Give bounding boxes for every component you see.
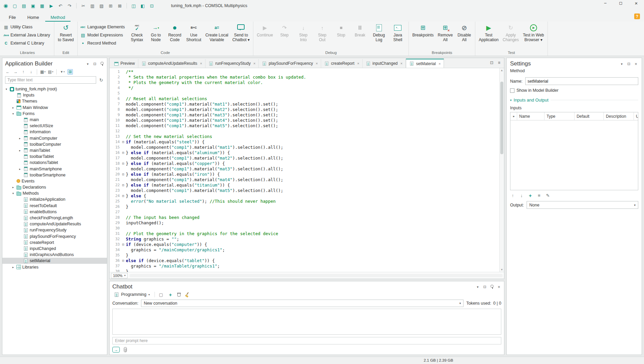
fold-marker-icon[interactable]: ⊟ [120,258,126,263]
paste-icon[interactable] [99,3,105,9]
ribbon-item-external-java-library[interactable]: External Java Library [2,32,51,38]
save-icon[interactable] [30,3,36,9]
editor-tab-runfrequencystudy[interactable]: runFrequencyStudy× [205,59,259,68]
fold-marker-icon[interactable]: ⊟ [120,193,126,199]
column-header-default[interactable]: Default [575,112,604,120]
ribbon-item-language-elements[interactable]: Language Elements [79,24,126,30]
ribbon-button-revert-to-saved[interactable]: Revertto Saved [56,23,75,42]
full-layout-icon[interactable] [149,3,155,9]
show-in-model-builder-checkbox[interactable] [510,88,514,93]
tree-expanded-icon[interactable]: ▾ [4,87,8,91]
ribbon-button-java-shell[interactable]: JavaShell [389,23,407,42]
help-button[interactable]: ? [634,13,640,19]
scroll-up-icon[interactable]: ▲ [500,69,504,72]
tree-collapsed-icon[interactable]: ▸ [11,186,15,189]
tree-item-information[interactable]: information [2,129,107,135]
tree-item-notationstablet[interactable]: notationsTablet [2,160,107,166]
table-menu-icon[interactable] [536,193,542,198]
tree-item-maincomputer[interactable]: ▸mainComputer [2,135,107,141]
ribbon-button-go-to-node[interactable]: Go toNode [147,23,165,42]
broom-icon[interactable] [185,292,190,297]
float-panel-icon[interactable] [482,284,487,289]
tab-home[interactable]: Home [22,13,45,22]
close-panel-icon[interactable] [497,284,501,289]
tree-item-initgraphicsandbuttons[interactable]: initGraphicsAndButtons [2,252,107,258]
tree-item-setmaterial[interactable]: setMaterial [2,258,107,264]
chat-mode-select[interactable]: Programming [112,291,151,298]
save-as-icon[interactable] [39,3,45,9]
frame-icon[interactable] [158,291,164,298]
ribbon-button-test-application[interactable]: TestApplication [477,23,500,42]
panel-menu-icon[interactable] [475,284,480,289]
prompt-input[interactable] [112,337,501,344]
ribbon-button-test-in-web-browser[interactable]: Test in WebBrowser ▾ [521,23,545,42]
fold-marker-icon[interactable]: ⊟ [120,139,126,145]
window-layout-icon[interactable] [140,3,146,9]
cut-icon[interactable] [80,3,86,9]
tree-item-checkfindpronglength[interactable]: checkFindProngLength [2,215,107,221]
maximize-icon[interactable] [613,0,628,6]
new-file-icon[interactable] [12,3,18,9]
view-menu-icon[interactable] [40,69,46,75]
code-editor[interactable]: 1/**2 * Sets the material properties whe… [110,68,499,272]
editor-tab-preview[interactable]: Preview [111,59,138,68]
scroll-down-icon[interactable]: ▼ [500,268,504,271]
delete-icon[interactable] [117,3,123,9]
close-icon[interactable] [628,0,644,6]
minimize-icon[interactable] [597,0,613,6]
redo-icon[interactable] [66,3,73,9]
tree-expanded-icon[interactable]: ▾ [11,112,15,115]
tree-item-toolbarcomputer[interactable]: toolbarComputer [2,141,107,147]
ribbon-button-debug-log[interactable]: DebugLog [370,23,388,42]
inputs-output-section[interactable]: ▾ Inputs and Output [510,97,638,103]
tab-method[interactable]: Method [45,13,71,22]
column-header-type[interactable]: Type [544,112,575,120]
tree-item-inputs[interactable]: Inputs [2,92,107,98]
tree-collapsed-icon[interactable]: ▸ [18,167,22,171]
attach-icon[interactable] [124,347,127,352]
reset-desktop-icon[interactable] [131,3,137,9]
tree-item-forms[interactable]: ▾Forms [2,111,107,117]
tree-item-main[interactable]: main [2,117,107,123]
editor-tab-inputchanged[interactable]: inputChanged× [363,59,406,68]
tree-collapsed-icon[interactable]: ▸ [11,265,15,269]
ribbon-item-record-method[interactable]: Record Method [79,40,126,47]
horizontal-scrollbar[interactable] [130,274,503,277]
tree-item-selectuisize[interactable]: selectUISize [2,123,107,129]
columns-menu-icon[interactable] [48,69,53,75]
tree-item-playsoundforfrequency[interactable]: playSoundForFrequency [2,233,107,240]
tree-item-createreport[interactable]: createReport [2,240,107,246]
column-header-description[interactable]: Description [604,112,634,120]
tree-item-events[interactable]: Events [2,178,107,184]
tree-item-initializeapplication[interactable]: initializeApplication [2,196,107,202]
forward-icon[interactable] [13,69,18,75]
column-header-name[interactable]: Name [517,112,544,120]
tree-item-mainsmartphone[interactable]: ▸mainSmartphone [2,166,107,172]
back-icon[interactable] [5,69,10,75]
tree-item-themes[interactable]: Themes [2,98,107,104]
ribbon-button-breakpoints[interactable]: Breakpoints [411,23,435,38]
fold-marker-icon[interactable]: ⊟ [120,161,126,166]
filter-input[interactable] [5,76,96,84]
tree-item-toolbarsmartphone[interactable]: toolbarSmartphone [2,172,107,178]
duplicate-icon[interactable] [108,3,114,9]
tab-file[interactable]: File [3,13,21,22]
run-icon[interactable] [48,3,54,9]
tree-expanded-icon[interactable]: ▾ [11,192,15,195]
tree-item-main-window[interactable]: ▸Main Window [2,105,107,111]
editor-tab-computeandupdateresults[interactable]: computeAndUpdateResults× [138,59,206,68]
close-tab-icon[interactable]: × [357,61,359,65]
editor-tab-playsoundforfrequency[interactable]: playSoundForFrequency× [259,59,321,68]
tree-item-libraries[interactable]: ▸Libraries [2,264,107,270]
undo-icon[interactable] [57,3,63,9]
ribbon-button-send-to-chatbot[interactable]: Send toChatbot ▾ [231,23,251,42]
model-tree-toggle-icon[interactable] [67,69,73,75]
ribbon-item-utility-class[interactable]: Utility Class [2,24,51,30]
refresh-icon[interactable] [98,77,104,83]
close-tab-icon[interactable]: × [200,61,202,65]
conversation-select[interactable]: New conversation ▾ [141,300,464,307]
tree-collapsed-icon[interactable]: ▸ [18,149,22,152]
maximize-editor-icon[interactable] [489,60,494,65]
close-panel-icon[interactable] [634,61,638,66]
tree-item-maintablet[interactable]: ▸mainTablet [2,147,107,153]
